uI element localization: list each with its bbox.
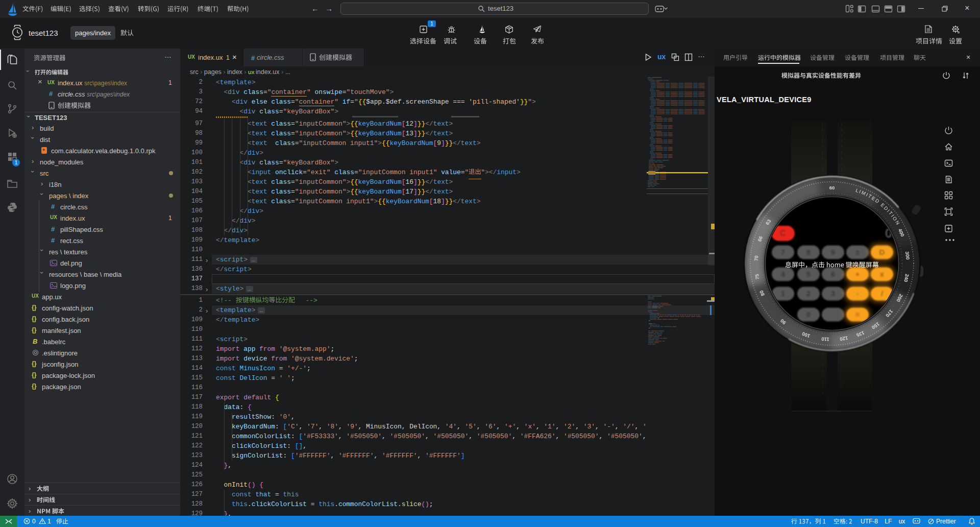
svg-text:7: 7 (781, 248, 785, 256)
svg-text:+: + (855, 270, 860, 278)
svg-text:4: 4 (781, 270, 786, 278)
svg-text:D: D (879, 248, 885, 256)
svg-text:6: 6 (831, 270, 835, 278)
svg-text:70: 70 (753, 255, 760, 261)
svg-text:±: ± (855, 248, 860, 256)
svg-text:=: = (855, 310, 860, 319)
svg-text:60: 60 (829, 185, 835, 190)
svg-text:x: x (880, 270, 885, 278)
svg-text:5: 5 (806, 270, 811, 278)
svg-text:C: C (780, 228, 786, 238)
svg-text:1: 1 (781, 289, 785, 298)
svg-text:2: 2 (806, 289, 811, 298)
svg-text:-: - (856, 289, 859, 298)
svg-text:3: 3 (831, 289, 835, 298)
svg-text:9: 9 (831, 248, 835, 256)
svg-text:110: 110 (821, 336, 829, 342)
svg-text:8: 8 (806, 248, 811, 256)
svg-text:0: 0 (806, 310, 811, 319)
svg-text:300: 300 (904, 251, 911, 260)
